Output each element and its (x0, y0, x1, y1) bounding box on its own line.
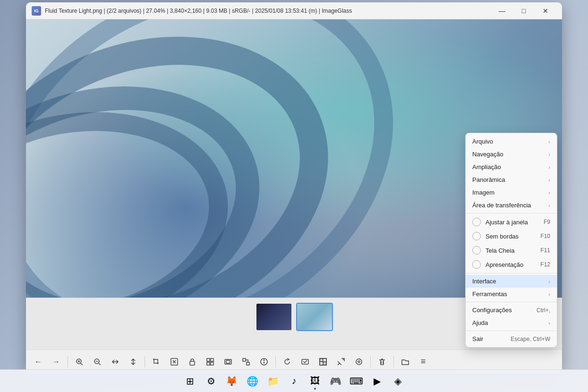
taskbar-icon-imageglass[interactable]: 🖼 (306, 372, 324, 391)
taskbar-icon-symbol-explorer: 📁 (267, 375, 279, 387)
menu-item-shortcut-ajustar_janela: F9 (544, 219, 550, 225)
maximize-button[interactable]: □ (513, 3, 535, 18)
info-button[interactable] (256, 353, 273, 370)
lock-button[interactable] (184, 353, 201, 370)
menu-item-sair[interactable]: SairEscape, Ctrl+W (466, 332, 557, 345)
zoom-in-button[interactable] (71, 353, 88, 370)
menu-item-arquivo[interactable]: Arquivo› (466, 135, 557, 148)
taskbar-icon-steam[interactable]: 🎮 (326, 372, 345, 391)
flip-v-button[interactable] (125, 353, 142, 370)
svg-rect-21 (320, 358, 323, 362)
taskbar-icon-symbol-start: ⊞ (186, 375, 194, 387)
menu-item-panoramica[interactable]: Panorâmica› (466, 173, 557, 186)
flip-h-button[interactable] (107, 353, 124, 370)
menu-item-interface[interactable]: Interface› (466, 275, 557, 288)
menu-item-label-tela_cheia: Tela Cheia (486, 247, 537, 254)
scale-button[interactable] (238, 353, 255, 370)
menu-item-ajuda[interactable]: Ajuda› (466, 316, 557, 329)
grid-button[interactable] (202, 353, 219, 370)
menu-item-shortcut-sem_bordas: F10 (540, 233, 550, 239)
close-button[interactable]: ✕ (535, 3, 556, 18)
zoom-out-button[interactable] (89, 353, 106, 370)
sep-info (275, 356, 276, 367)
title-bar-controls: — □ ✕ (491, 3, 556, 18)
menu-item-arrow-ampliacao: › (548, 164, 550, 170)
thumb-img-2 (297, 304, 332, 330)
taskbar-icon-symbol-settings: ⚙ (207, 375, 215, 387)
svg-line-1 (81, 363, 83, 365)
menu-item-apresentacao[interactable]: ApresentaçãoF12 (466, 257, 557, 272)
thumbnail-2[interactable] (296, 303, 333, 331)
context-menu: Arquivo›Navegação›Ampliação›Panorâmica›I… (465, 133, 557, 348)
taskbar-icon-spotify[interactable]: ♪ (285, 372, 304, 391)
taskbar-icon-firefox[interactable]: 🦊 (222, 372, 241, 391)
menu-item-arrow-ferramentas: › (548, 291, 550, 297)
menu-item-arrow-arquivo: › (548, 139, 550, 145)
menu-item-label-configuracoes: Configurações (472, 307, 533, 314)
svg-line-5 (99, 363, 101, 365)
window-title: Fluid Texture Light.png | (2/2 arquivos)… (45, 8, 491, 14)
color-picker-button[interactable] (350, 353, 367, 370)
taskbar-icon-symbol-imageglass: 🖼 (310, 375, 320, 386)
menu-separator-sep1 (466, 213, 557, 213)
menu-separator-sep4 (466, 331, 557, 331)
taskbar-icon-explorer[interactable]: 📁 (264, 372, 283, 391)
delete-button[interactable] (374, 353, 391, 370)
taskbar-icon-app2[interactable]: ◈ (389, 372, 408, 391)
menu-item-navegacao[interactable]: Navegação› (466, 148, 557, 161)
thumb-img-1 (256, 304, 291, 330)
svg-point-27 (358, 361, 360, 363)
resize-button[interactable] (332, 353, 349, 370)
menu-item-label-ferramentas: Ferramentas (472, 290, 546, 298)
menu-item-label-sem_bordas: Sem bordas (486, 233, 537, 240)
menu-item-label-interface: Interface (472, 278, 546, 285)
menu-item-imagem[interactable]: Imagem› (466, 186, 557, 199)
open-button[interactable] (397, 353, 414, 370)
svg-point-26 (356, 359, 362, 365)
menu-item-label-ajuda: Ajuda (472, 319, 546, 326)
svg-rect-16 (247, 362, 249, 365)
menu-item-shortcut-sair: Escape, Ctrl+W (511, 336, 550, 342)
taskbar-icon-symbol-steam: 🎮 (330, 375, 341, 387)
frame-button[interactable] (220, 353, 237, 370)
svg-rect-24 (320, 362, 323, 365)
crop-button[interactable] (148, 353, 165, 370)
menu-separator-sep2 (466, 273, 557, 273)
menu-item-arrow-interface: › (548, 279, 550, 284)
taskbar-icon-edge[interactable]: 🌐 (243, 372, 262, 391)
sep-del (393, 356, 394, 367)
back-button[interactable]: ← (30, 353, 47, 370)
minimize-button[interactable]: — (491, 3, 513, 18)
menu-item-icon-sem_bordas (472, 232, 481, 240)
fit-window-button[interactable] (166, 353, 183, 370)
menu-item-label-area_transferencia: Área de transferência (472, 202, 546, 209)
sep-tools (370, 356, 371, 367)
taskbar-active-dot-imageglass (314, 388, 316, 390)
menu-item-configuracoes[interactable]: ConfiguraçõesCtrl+, (466, 304, 557, 316)
checker-button[interactable] (315, 353, 332, 370)
taskbar-icon-settings[interactable]: ⚙ (202, 372, 221, 391)
forward-button[interactable]: → (48, 353, 65, 370)
anim-button[interactable] (297, 353, 314, 370)
menu-item-label-ajustar_janela: Ajustar à janela (486, 219, 540, 226)
sep-flip (145, 356, 145, 367)
menu-item-ajustar_janela[interactable]: Ajustar à janelaF9 (466, 215, 557, 229)
menu-item-ampliacao[interactable]: Ampliação› (466, 161, 557, 173)
main-content: ← → (26, 19, 562, 373)
svg-rect-23 (323, 358, 326, 362)
thumbnail-1[interactable] (256, 303, 292, 331)
taskbar-icon-terminal[interactable]: ▶ (368, 372, 387, 391)
sep-nav (68, 356, 68, 367)
menu-button[interactable]: ≡ (415, 353, 432, 370)
svg-rect-11 (207, 362, 210, 365)
svg-rect-15 (243, 358, 246, 361)
taskbar-icon-start[interactable]: ⊞ (181, 372, 200, 391)
rotate-button[interactable] (279, 353, 296, 370)
menu-item-sem_bordas[interactable]: Sem bordasF10 (466, 229, 557, 243)
menu-item-area_transferencia[interactable]: Área de transferência› (466, 199, 557, 212)
taskbar-icon-vscode[interactable]: ⌨ (347, 372, 366, 391)
menu-item-tela_cheia[interactable]: Tela CheiaF11 (466, 243, 557, 257)
menu-item-label-arquivo: Arquivo (472, 138, 546, 145)
title-bar: IG Fluid Texture Light.png | (2/2 arquiv… (26, 2, 562, 19)
menu-item-ferramentas[interactable]: Ferramentas› (466, 288, 557, 300)
